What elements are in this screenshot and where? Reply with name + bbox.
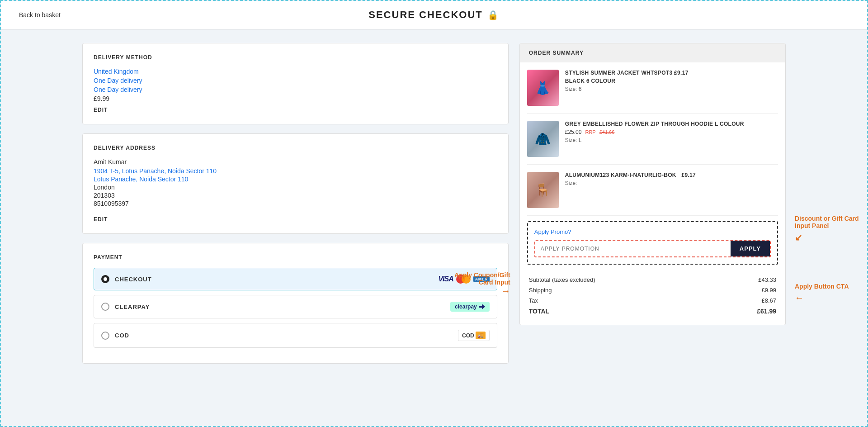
address-postcode: 201303 (94, 192, 497, 199)
payment-option-clearpay-left: CLEARPAY (101, 303, 150, 311)
delivery-address-edit[interactable]: EDIT (94, 216, 497, 223)
annotation-gift-card: Discount or Gift CardInput Panel ↙ (795, 215, 868, 243)
clearpay-arrow-icon (479, 304, 485, 309)
order-item-0-details: STYLISH SUMMER JACKET WHTSPOT3 £9.17 BLA… (565, 70, 778, 92)
address-line-1: 1904 T-5, Lotus Panache, Noida Sector 11… (94, 167, 497, 175)
order-summary-header: ORDER SUMMARY (520, 43, 785, 62)
payment-checkout-label: CHECKOUT (115, 276, 152, 283)
payment-radio-clearpay (101, 303, 109, 311)
payment-cod-label: COD (115, 332, 129, 339)
payment-clearpay-label: CLEARPAY (115, 304, 150, 310)
page-title-text: SECURE CHECKOUT (368, 9, 482, 21)
header: Back to basket SECURE CHECKOUT 🔒 (1, 1, 867, 29)
cod-orange-icon: 🚚 (476, 332, 486, 339)
order-item-0-image: 👗 (527, 70, 559, 106)
payment-option-checkout-left: CHECKOUT (101, 275, 152, 283)
right-column: Discount or Gift CardInput Panel ↙ Apply… (519, 43, 786, 364)
order-item-1-size: Size: L (565, 137, 778, 143)
payment-option-cod[interactable]: COD COD 🚚 (94, 323, 497, 348)
order-item-1-name: GREY EMBELLISHED FLOWER ZIP THROUGH HOOD… (565, 121, 778, 127)
delivery-address-card: DELIVERY ADDRESS Amit Kumar 1904 T-5, Lo… (82, 133, 509, 234)
delivery-method-card: DELIVERY METHOD United Kingdom One Day d… (82, 43, 509, 124)
order-item-1-rrp-label: RRP (585, 129, 595, 135)
tax-row: Tax £8.67 (529, 297, 776, 304)
order-summary: ORDER SUMMARY 👗 STYLISH SUMMER JACKET WH… (519, 43, 786, 325)
order-items-list: 👗 STYLISH SUMMER JACKET WHTSPOT3 £9.17 B… (520, 62, 785, 216)
grand-total-row: TOTAL £61.99 (529, 308, 776, 315)
promo-apply-button[interactable]: APPLY (731, 241, 770, 256)
delivery-country: United Kingdom (94, 68, 497, 75)
payment-clearpay-icons: clearpay (450, 302, 490, 312)
payment-option-clearpay[interactable]: CLEARPAY clearpay (94, 295, 497, 318)
annotation-coupon-arrow: → (434, 286, 510, 296)
promo-section: Apply Promo? APPLY (527, 221, 778, 265)
lock-icon: 🔒 (487, 9, 500, 20)
order-item-2-image: 🪑 (527, 172, 559, 208)
order-totals: Subtotal (taxes excluded) £43.33 Shippin… (520, 270, 785, 325)
payment-title: PAYMENT (94, 254, 497, 261)
shipping-value: £9.99 (761, 287, 776, 294)
shipping-label: Shipping (529, 287, 552, 294)
order-item-2-size: Size: (565, 180, 778, 186)
address-city: London (94, 184, 497, 191)
main-content: DELIVERY METHOD United Kingdom One Day d… (1, 29, 867, 377)
cod-badge: COD 🚚 (458, 330, 490, 341)
address-phone: 8510095397 (94, 200, 497, 207)
order-item-1-price: £25.00 (565, 129, 582, 135)
delivery-price: £9.99 (94, 95, 497, 102)
order-item-0-name: STYLISH SUMMER JACKET WHTSPOT3 £9.17 (565, 70, 778, 76)
promo-input-row: APPLY (534, 240, 771, 257)
address-line-2: Lotus Panache, Noida Sector 110 (94, 176, 497, 183)
grand-total-value: £61.99 (757, 308, 776, 315)
address-name: Amit Kumar (94, 158, 497, 166)
delivery-address-title: DELIVERY ADDRESS (94, 145, 497, 151)
payment-radio-checkout (101, 275, 109, 283)
order-item-2-details: ALUMUNIUM123 KARM-I-NATURLIG-BOK £9.17 S… (565, 172, 778, 186)
order-item-1-price-row: £25.00 RRP £41.66 (565, 129, 778, 135)
item-chair-silhouette: 🪑 (535, 183, 551, 198)
page-title: SECURE CHECKOUT 🔒 (368, 9, 499, 21)
back-to-basket-link[interactable]: Back to basket (19, 11, 61, 19)
clearpay-badge: clearpay (450, 302, 490, 312)
annotation-coupon: Apply Coupon/GiftCard Input → (434, 271, 510, 296)
payment-cod-icons: COD 🚚 (458, 330, 490, 341)
payment-radio-cod (101, 332, 109, 340)
delivery-method-edit[interactable]: EDIT (94, 107, 497, 113)
item-jacket-silhouette: 👗 (535, 81, 551, 95)
shipping-row: Shipping £9.99 (529, 287, 776, 294)
promo-link[interactable]: Apply Promo? (534, 228, 771, 235)
tax-value: £8.67 (761, 297, 776, 304)
subtotal-row: Subtotal (taxes excluded) £43.33 (529, 276, 776, 283)
item-hoodie-silhouette: 🧥 (535, 132, 551, 147)
subtotal-label: Subtotal (taxes excluded) (529, 276, 595, 283)
delivery-option-2: One Day delivery (94, 86, 497, 93)
order-item-2-name: ALUMUNIUM123 KARM-I-NATURLIG-BOK £9.17 (565, 172, 778, 178)
subtotal-value: £43.33 (758, 276, 776, 283)
promo-input[interactable] (535, 241, 731, 256)
order-item-1-image: 🧥 (527, 121, 559, 157)
annotation-gift-card-text: Discount or Gift CardInput Panel (795, 215, 868, 229)
order-item-0-size: Size: 6 (565, 86, 778, 92)
order-item-1-details: GREY EMBELLISHED FLOWER ZIP THROUGH HOOD… (565, 121, 778, 143)
delivery-method-title: DELIVERY METHOD (94, 54, 497, 61)
order-item-1-rrp-price: £41.66 (599, 129, 615, 135)
annotation-coupon-text: Apply Coupon/GiftCard Input (434, 271, 510, 286)
grand-total-label: TOTAL (529, 308, 549, 315)
annotation-apply-btn: Apply Button CTA ← (795, 283, 868, 303)
annotation-arrow-down-left: ↙ (795, 232, 868, 243)
payment-option-cod-left: COD (101, 332, 129, 340)
left-column: DELIVERY METHOD United Kingdom One Day d… (82, 43, 509, 364)
order-item-2: 🪑 ALUMUNIUM123 KARM-I-NATURLIG-BOK £9.17… (527, 165, 778, 216)
annotation-arrow-left: ← (795, 293, 868, 303)
order-item-0-color: BLACK 6 COLOUR (565, 78, 778, 84)
payment-card: PAYMENT CHECKOUT VISA AMEX (82, 243, 509, 364)
tax-label: Tax (529, 297, 538, 304)
cod-text: COD (462, 332, 474, 339)
delivery-option-1: One Day delivery (94, 77, 497, 84)
order-item-0: 👗 STYLISH SUMMER JACKET WHTSPOT3 £9.17 B… (527, 62, 778, 114)
annotation-apply-btn-text: Apply Button CTA (795, 283, 868, 290)
order-item-1: 🧥 GREY EMBELLISHED FLOWER ZIP THROUGH HO… (527, 114, 778, 165)
